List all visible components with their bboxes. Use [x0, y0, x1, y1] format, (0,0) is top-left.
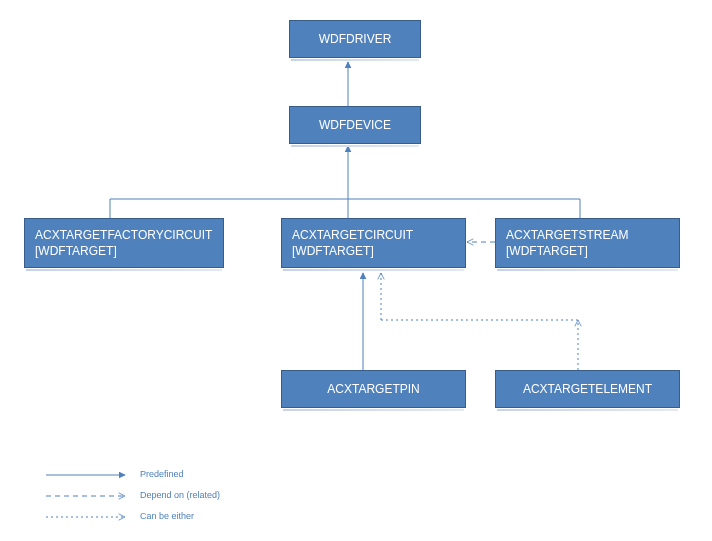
node-factorycircuit-line2: [WDFTARGET]: [35, 243, 223, 259]
legend-label-depend: Depend on (related): [140, 490, 220, 500]
legend-label-predefined: Predefined: [140, 469, 184, 479]
node-targetstream: ACXTARGETSTREAM [WDFTARGET]: [495, 218, 680, 268]
node-targetstream-line2: [WDFTARGET]: [506, 243, 679, 259]
node-targetpin: ACXTARGETPIN: [281, 370, 466, 408]
node-wdfdevice: WDFDEVICE: [289, 106, 421, 144]
node-factorycircuit-line1: ACXTARGETFACTORYCIRCUIT: [35, 227, 223, 243]
node-wdfdriver: WDFDRIVER: [289, 20, 421, 58]
node-targetcircuit-line2: [WDFTARGET]: [292, 243, 465, 259]
node-targetpin-label: ACXTARGETPIN: [327, 381, 419, 397]
diagram-stage: WDFDRIVER WDFDEVICE ACXTARGETFACTORYCIRC…: [0, 0, 712, 541]
node-targetcircuit: ACXTARGETCIRCUIT [WDFTARGET]: [281, 218, 466, 268]
node-factorycircuit: ACXTARGETFACTORYCIRCUIT [WDFTARGET]: [24, 218, 224, 268]
node-wdfdriver-label: WDFDRIVER: [319, 31, 392, 47]
node-wdfdevice-label: WDFDEVICE: [319, 117, 391, 133]
node-targetcircuit-line1: ACXTARGETCIRCUIT: [292, 227, 465, 243]
node-targetelement-label: ACXTARGETELEMENT: [523, 381, 652, 397]
node-targetstream-line1: ACXTARGETSTREAM: [506, 227, 679, 243]
legend-label-either: Can be either: [140, 511, 194, 521]
node-targetelement: ACXTARGETELEMENT: [495, 370, 680, 408]
